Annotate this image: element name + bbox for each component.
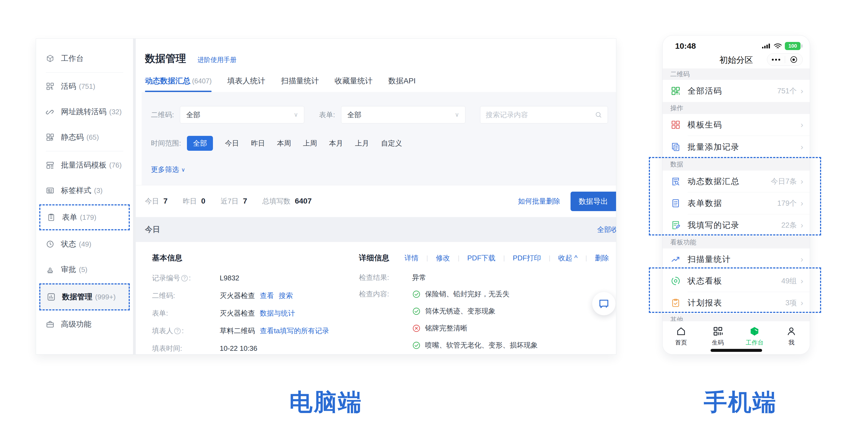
- record-row-id: 记录编号?: L9832: [152, 273, 348, 283]
- data-and-stats-link[interactable]: 数据与统计: [260, 308, 295, 318]
- list-item-scan-stats[interactable]: 扫描量统计 ›: [663, 248, 810, 270]
- tab-me[interactable]: 我: [773, 321, 810, 354]
- edit-action[interactable]: 修改: [436, 253, 450, 263]
- list-item-template-generate[interactable]: 模板生码 ›: [663, 114, 810, 136]
- more-icon[interactable]: [767, 59, 785, 61]
- filter-panel: 二维码: 全部 ∨ 表单: 全部 ∨ 时间范: [142, 92, 616, 185]
- sidebar-item-label: 工作台: [61, 53, 84, 64]
- record-row-form: 表单: 灭火器检查 数据与统计: [152, 308, 348, 318]
- stats-row: 今日7 昨日0 近7日7 总填写数6407 如何批量删除 数据导出: [136, 185, 616, 217]
- sidebar-item-advanced[interactable]: 高级功能: [36, 311, 133, 337]
- time-chip-last-month[interactable]: 上月: [355, 139, 369, 148]
- chevron-right-icon: ›: [801, 86, 803, 96]
- chevron-right-icon: ›: [801, 120, 803, 129]
- pdf-print-action[interactable]: PDF打印: [513, 253, 541, 263]
- caption-desktop: 电脑端: [289, 386, 363, 418]
- stat-last7days: 近7日7: [220, 197, 247, 206]
- detail-action[interactable]: 详情: [404, 253, 418, 263]
- help-icon[interactable]: ?: [181, 275, 188, 281]
- basic-info-column: 基本信息 记录编号?: L9832 二维码: 灭火器检查 查看 搜索 表单: 灭…: [152, 253, 348, 354]
- delete-action[interactable]: 删除: [595, 253, 609, 263]
- wifi-icon: [773, 43, 782, 49]
- time-chip-this-week[interactable]: 本周: [277, 139, 291, 148]
- chevron-down-icon: ∨: [455, 111, 459, 118]
- sidebar-item-forms[interactable]: 表单 (179): [39, 204, 130, 230]
- check-item: 铭牌完整清晰: [412, 324, 609, 333]
- data-export-button[interactable]: 数据导出: [570, 192, 616, 211]
- time-chip-today[interactable]: 今日: [225, 139, 239, 148]
- form-filter-select[interactable]: 全部 ∨: [341, 106, 465, 124]
- qr-filter-label: 二维码:: [151, 110, 174, 120]
- cellular-signal-icon: [762, 43, 771, 49]
- feedback-float-button[interactable]: [592, 292, 616, 315]
- detail-info-column: 详细信息 详情 | 修改 | PDF下载 | PDF打印 | 收起 ^ |: [359, 253, 609, 354]
- view-link[interactable]: 查看: [260, 291, 274, 300]
- list-item-batch-add-records[interactable]: 批量添加记录 ›: [663, 136, 810, 158]
- section-header-qrcode: 二维码: [663, 68, 810, 80]
- record-row-filler: 填表人?: 草料二维码 查看ta填写的所有记录: [152, 326, 348, 336]
- form-filter-label: 表单:: [319, 110, 335, 120]
- template-icon: [46, 161, 55, 169]
- more-filters-link[interactable]: 更多筛选 ∨: [151, 165, 185, 174]
- group-header-today: 今日 全部收: [136, 217, 616, 242]
- main-content: 数据管理 进阶使用手册 动态数据汇总(6407) 填表人统计 扫描量统计 收藏量…: [136, 39, 616, 354]
- sidebar-item-static-codes[interactable]: 静态码 (65): [36, 125, 133, 150]
- time-chip-this-month[interactable]: 本月: [329, 139, 343, 148]
- link-icon: [46, 107, 55, 116]
- view-all-records-link[interactable]: 查看ta填写的所有记录: [260, 326, 329, 336]
- chevron-right-icon: ›: [801, 142, 803, 151]
- highlight-box-board-group: [649, 267, 821, 313]
- sidebar-item-label-style[interactable]: 标签样式 (3): [36, 178, 133, 203]
- search-link[interactable]: 搜索: [279, 291, 293, 300]
- tab-favorite-stats[interactable]: 收藏量统计: [335, 76, 372, 92]
- time-chip-last-week[interactable]: 上周: [303, 139, 317, 148]
- collapse-all-link[interactable]: 全部收: [597, 225, 616, 234]
- qr-generate-icon: [712, 326, 723, 337]
- how-to-bulk-delete-link[interactable]: 如何批量删除: [518, 197, 560, 206]
- status-time: 10:48: [675, 41, 696, 50]
- section-header-dashboard: 看板功能: [663, 236, 810, 248]
- tab-scan-stats[interactable]: 扫描量统计: [281, 76, 319, 92]
- sidebar-item-url-jump-codes[interactable]: 网址跳转活码 (32): [36, 99, 133, 125]
- highlight-box-data-group: [649, 157, 821, 235]
- tab-data-api[interactable]: 数据API: [388, 76, 415, 92]
- check-item: 喷嘴、软管无老化、变形、损坏现象: [412, 340, 609, 350]
- briefcase-icon: [46, 320, 55, 329]
- pdf-download-action[interactable]: PDF下载: [467, 253, 496, 263]
- qr-template-icon: [671, 120, 681, 130]
- sidebar-item-status[interactable]: 状态 (49): [36, 231, 133, 257]
- sidebar-item-approval[interactable]: 审批 (5): [36, 257, 133, 282]
- clipboard-icon: [47, 213, 56, 222]
- manual-link[interactable]: 进阶使用手册: [197, 56, 237, 64]
- time-chip-all[interactable]: 全部: [187, 136, 213, 151]
- cube-icon: [46, 54, 55, 63]
- check-fail-icon: [412, 324, 421, 333]
- sidebar-item-data-management[interactable]: 数据管理 (999+): [39, 283, 130, 310]
- chevron-down-icon: ∨: [294, 111, 298, 118]
- check-content-row: 检查内容: 保险销、铅封完好，无丢失 筒体无锈迹、变形现象: [359, 289, 609, 354]
- tab-home[interactable]: 首页: [663, 321, 700, 354]
- search-box: [480, 106, 608, 124]
- time-chip-custom[interactable]: 自定义: [381, 139, 402, 148]
- help-icon[interactable]: ?: [174, 328, 181, 334]
- record-card: 基本信息 记录编号?: L9832 二维码: 灭火器检查 查看 搜索 表单: 灭…: [136, 242, 616, 354]
- time-chip-yesterday[interactable]: 昨日: [251, 139, 265, 148]
- check-item: 筒体无锈迹、变形现象: [412, 306, 609, 316]
- list-item-all-live-codes[interactable]: 全部活码 751个 ›: [663, 80, 810, 102]
- close-capsule-icon[interactable]: [785, 56, 803, 63]
- qr-filter-select[interactable]: 全部 ∨: [180, 106, 304, 124]
- sidebar-item-batch-template[interactable]: 批量活码模板 (76): [36, 153, 133, 178]
- search-input[interactable]: [486, 111, 594, 119]
- action-separator: |: [426, 254, 428, 262]
- stat-total-fills: 总填写数6407: [262, 197, 312, 206]
- mobile-status-bar: 10:48 100: [663, 35, 810, 52]
- tab-dynamic-data-summary[interactable]: 动态数据汇总(6407): [145, 76, 212, 92]
- sidebar-main-divider: [133, 39, 136, 354]
- record-actions: 详情 | 修改 | PDF下载 | PDF打印 | 收起 ^ | 删除: [404, 253, 609, 263]
- qr-static-icon: [46, 133, 55, 141]
- mobile-nav-bar: 初始分区: [663, 52, 810, 68]
- tab-filler-stats[interactable]: 填表人统计: [227, 76, 265, 92]
- collapse-action[interactable]: 收起 ^: [558, 253, 578, 263]
- sidebar-item-workbench[interactable]: 工作台: [36, 46, 133, 71]
- sidebar-item-live-codes[interactable]: 活码 (751): [36, 74, 133, 99]
